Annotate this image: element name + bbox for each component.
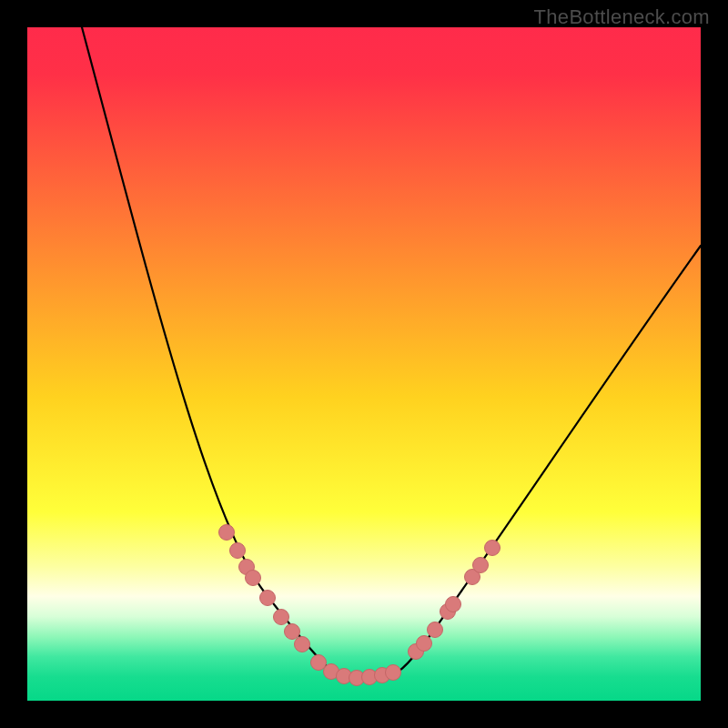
curve-left-curve [82,27,332,672]
watermark-text: TheBottleneck.com [534,5,710,29]
data-point [417,636,432,652]
plot-area [27,27,701,701]
data-point [386,665,401,681]
data-point [274,610,289,625]
data-point [219,525,235,541]
data-point [285,624,300,640]
data-point [260,591,276,606]
data-point [428,622,443,638]
curve-right-curve [391,246,701,675]
chart-frame: TheBottleneck.com [0,0,728,728]
data-point [295,637,310,652]
data-point [246,571,261,586]
data-point [230,543,246,559]
data-point [485,541,500,556]
data-point [311,655,327,671]
data-point [446,597,461,612]
data-point [473,558,489,573]
curve-layer [27,27,701,701]
